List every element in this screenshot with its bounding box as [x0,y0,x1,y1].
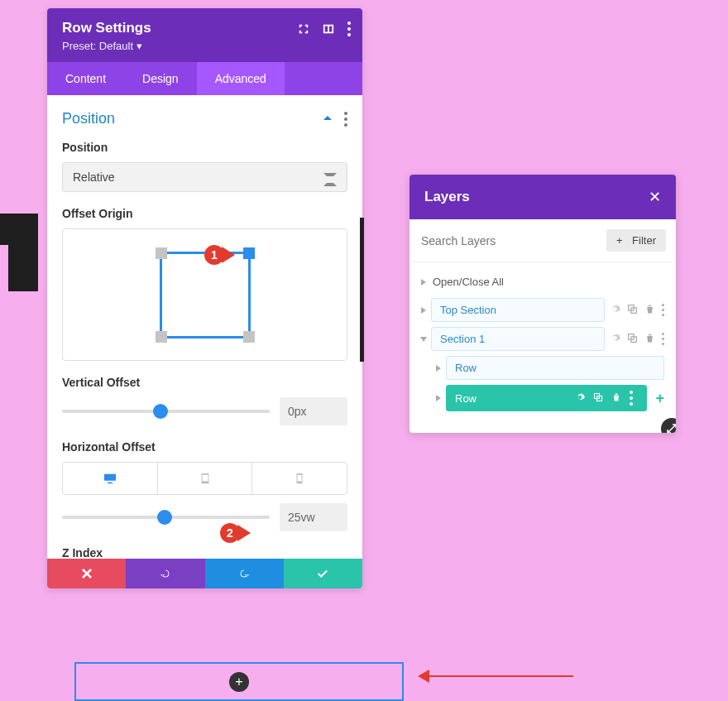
add-row-button[interactable]: + [655,390,664,407]
layers-list: Open/Close All Top Section Section 1 [410,262,676,433]
row-settings-panel: Row Settings Preset: Default Content Des… [47,8,362,588]
chevron-right-icon[interactable] [421,307,426,314]
panel-footer [47,559,362,588]
close-icon[interactable]: ✕ [649,188,661,206]
duplicate-icon[interactable] [593,392,603,405]
responsive-device-tabs [62,462,347,495]
section-menu-icon[interactable] [344,112,347,127]
overflow-menu-icon[interactable] [662,333,664,345]
tab-advanced[interactable]: Advanced [197,62,285,95]
focus-icon[interactable] [298,23,309,35]
gear-icon[interactable] [610,332,620,347]
position-select[interactable]: Relative [62,162,347,192]
layer-row-section-1[interactable]: Section 1 [421,327,664,351]
panel-body: Position Position Relative Offset Origin… [47,95,362,559]
origin-handle-bottom-left[interactable] [156,331,167,343]
annotation-marker-1: 1 [204,245,235,265]
layer-row-row-2[interactable]: Row + [436,385,664,411]
collapse-icon[interactable] [323,112,333,127]
device-phone[interactable] [252,463,347,494]
horizontal-offset-label: Horizontal Offset [62,440,347,454]
search-input[interactable] [419,233,600,248]
add-section-zone[interactable]: + [74,662,404,701]
layer-row-row-1[interactable]: Row [436,356,664,380]
vertical-offset-value[interactable]: 0px [280,397,347,425]
vertical-offset-label: Vertical Offset [62,376,347,389]
layers-header: Layers ✕ [410,175,676,219]
tab-content[interactable]: Content [47,62,124,95]
chevron-right-icon[interactable] [436,365,441,372]
background-decoration [0,214,38,245]
chevron-right-icon [421,279,426,286]
horizontal-offset-slider[interactable] [62,516,270,519]
layers-panel: Layers ✕ + Filter Open/Close All Top Sec… [410,175,676,433]
redo-button[interactable] [205,559,284,588]
device-tablet[interactable] [158,463,253,494]
panel-scrollbar[interactable] [360,218,364,362]
offset-origin-label: Offset Origin [62,207,347,220]
tab-design[interactable]: Design [124,62,197,95]
panel-header: Row Settings Preset: Default [47,8,362,62]
overflow-menu-icon[interactable] [347,22,351,36]
settings-tabs: Content Design Advanced [47,62,362,95]
trash-icon[interactable] [611,392,621,405]
layers-search-bar: + Filter [410,219,676,262]
annotation-marker-2: 2 [220,523,251,543]
origin-handle-bottom-right[interactable] [243,331,255,343]
section-title-position[interactable]: Position [62,110,347,127]
origin-handle-top-right[interactable] [243,247,255,259]
undo-button[interactable] [126,559,204,588]
save-button[interactable] [284,559,362,588]
overflow-menu-icon[interactable] [630,391,633,406]
filter-button[interactable]: + Filter [606,229,666,252]
toggle-all[interactable]: Open/Close All [421,271,664,298]
columns-icon[interactable] [323,23,334,35]
add-section-button[interactable]: + [229,672,249,692]
chevron-right-icon[interactable] [436,395,441,401]
device-desktop[interactable] [63,463,158,494]
gear-icon[interactable] [575,392,585,405]
gear-icon[interactable] [610,303,620,318]
preset-selector[interactable]: Preset: Default [62,40,347,52]
layers-title: Layers [424,189,470,205]
vertical-offset-slider[interactable] [62,410,270,413]
cancel-button[interactable] [47,559,126,588]
trash-icon[interactable] [644,332,655,347]
duplicate-icon[interactable] [627,303,638,318]
trash-icon[interactable] [644,303,655,318]
overflow-menu-icon[interactable] [662,304,664,316]
zindex-label: Z Index [62,546,347,559]
duplicate-icon[interactable] [627,332,638,347]
annotation-arrow [418,673,573,679]
chevron-down-icon[interactable] [420,337,427,342]
position-label: Position [62,141,347,154]
layer-row-top-section[interactable]: Top Section [421,298,664,322]
origin-handle-top-left[interactable] [156,247,167,259]
horizontal-offset-value[interactable]: 25vw [280,503,347,531]
